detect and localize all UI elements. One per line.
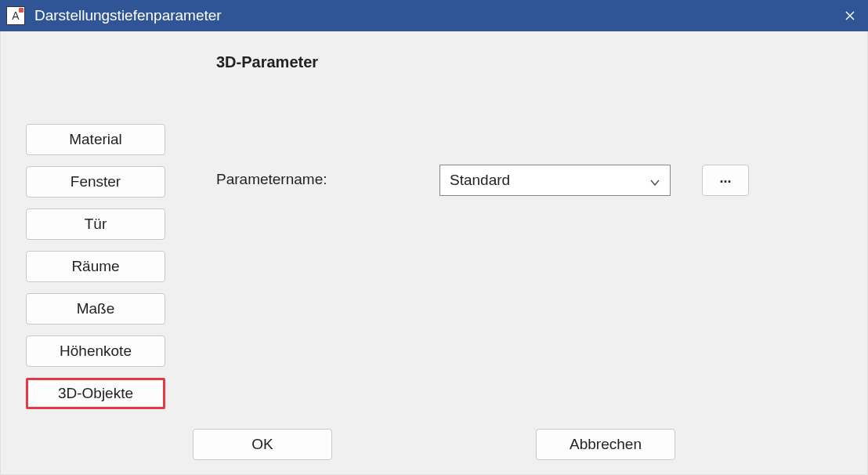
- parametername-selected: Standard: [450, 172, 649, 189]
- sidebar-item-label: Räume: [71, 258, 119, 274]
- browse-button[interactable]: ...: [702, 165, 749, 196]
- cancel-button-label: Abbrechen: [570, 436, 642, 452]
- cancel-button[interactable]: Abbrechen: [536, 429, 675, 460]
- page-heading: 3D-Parameter: [216, 53, 318, 71]
- app-icon-letter: A: [12, 9, 19, 22]
- titlebar: A Darstellungstiefenparameter: [0, 0, 868, 31]
- dialog-content: 3D-Parameter Material Fenster Tür Räume …: [0, 31, 868, 475]
- sidebar-item-label: Höhenkote: [60, 343, 132, 359]
- category-sidebar: Material Fenster Tür Räume Maße Höhenkot…: [26, 124, 165, 409]
- sidebar-item-label: Fenster: [71, 173, 121, 190]
- sidebar-item-fenster[interactable]: Fenster: [26, 166, 165, 198]
- dialog-actions: OK Abbrechen: [1, 429, 867, 460]
- parametername-label: Parametername:: [216, 171, 327, 188]
- sidebar-item-label: Material: [69, 131, 122, 147]
- close-icon: [845, 11, 855, 20]
- sidebar-item-label: Tür: [85, 216, 107, 232]
- sidebar-item-tuer[interactable]: Tür: [26, 208, 165, 240]
- chevron-down-icon: [649, 175, 660, 186]
- sidebar-item-3d-objekte[interactable]: 3D-Objekte: [26, 378, 165, 409]
- parametername-select[interactable]: Standard: [439, 165, 671, 196]
- sidebar-item-hoehenkote[interactable]: Höhenkote: [26, 335, 165, 367]
- app-icon: A: [6, 6, 25, 25]
- close-button[interactable]: [832, 0, 868, 31]
- ok-button-label: OK: [251, 436, 273, 452]
- window-title: Darstellungstiefenparameter: [34, 7, 832, 24]
- sidebar-item-label: 3D-Objekte: [58, 385, 133, 401]
- browse-button-label: ...: [719, 170, 731, 186]
- sidebar-item-raeume[interactable]: Räume: [26, 251, 165, 282]
- sidebar-item-masse[interactable]: Maße: [26, 293, 165, 325]
- sidebar-item-label: Maße: [77, 300, 115, 317]
- sidebar-item-material[interactable]: Material: [26, 124, 165, 155]
- ok-button[interactable]: OK: [193, 429, 332, 460]
